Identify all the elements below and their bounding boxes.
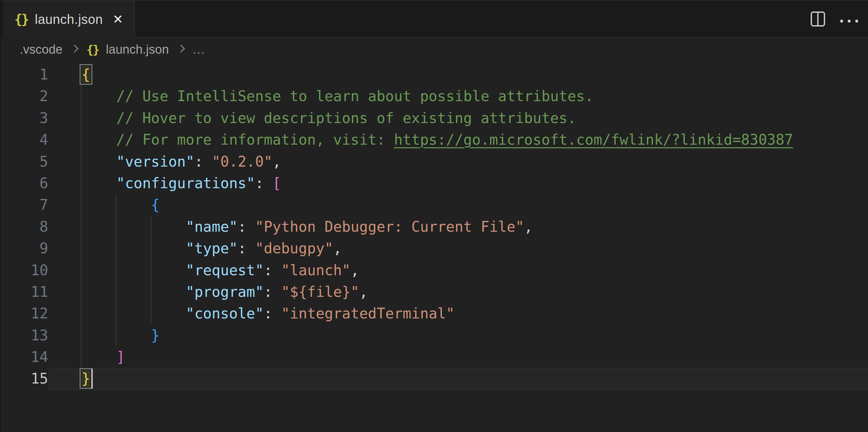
code-line[interactable]: 6 "configurations": [	[1, 172, 868, 194]
code-line[interactable]: 3 // Hover to view descriptions of exist…	[1, 107, 868, 129]
breadcrumb-item-symbol-ellipsis[interactable]: ...	[193, 42, 205, 57]
code-token: // Use IntelliSense to learn about possi…	[116, 88, 593, 104]
code-token: [	[273, 175, 281, 192]
code-token: }	[82, 370, 90, 387]
code-token: ,	[359, 284, 368, 300]
code-token: }	[151, 327, 160, 344]
split-editor-divider	[817, 13, 818, 25]
code-token: "version"	[116, 153, 194, 170]
code-line[interactable]: 2 // Use IntelliSense to learn about pos…	[1, 86, 868, 107]
line-number: 8	[1, 216, 48, 238]
chevron-right-icon	[70, 44, 78, 53]
close-tab-icon[interactable]: ✕	[113, 12, 123, 27]
code-token: {	[82, 66, 90, 83]
code-token	[82, 284, 186, 300]
code-token	[82, 131, 116, 148]
chevron-right-icon	[177, 44, 185, 53]
code-token: // Hover to view descriptions of existin…	[116, 110, 576, 126]
code-token: "console"	[186, 305, 264, 322]
code-token: "Python Debugger: Current File"	[255, 218, 524, 235]
code-token	[82, 218, 186, 235]
code-editor[interactable]: 1{2 // Use IntelliSense to learn about p…	[1, 61, 868, 432]
code-token: ,	[524, 218, 533, 235]
code-token: ,	[350, 262, 359, 278]
line-number: 1	[1, 64, 48, 86]
code-line-content: }	[48, 325, 868, 346]
code-token	[82, 110, 116, 126]
code-token: :	[255, 175, 273, 192]
code-token: ,	[273, 153, 281, 170]
code-line-content: }	[48, 368, 868, 390]
code-token: "configurations"	[116, 175, 255, 192]
code-token: :	[264, 262, 281, 278]
code-token: :	[264, 305, 281, 322]
line-number: 14	[1, 346, 48, 368]
code-token	[82, 240, 186, 257]
code-line[interactable]: 14 ]	[1, 346, 868, 368]
editor-actions	[811, 1, 868, 37]
code-token: "0.2.0"	[212, 153, 272, 170]
code-line[interactable]: 4 // For more information, visit: https:…	[1, 129, 868, 151]
code-line-content: // Hover to view descriptions of existin…	[48, 107, 868, 129]
code-token: :	[264, 284, 281, 300]
line-number: 3	[1, 107, 48, 129]
code-token	[82, 153, 116, 170]
code-token	[82, 305, 186, 322]
breadcrumb-item-launch-json[interactable]: launch.json	[106, 42, 169, 57]
code-line-content: "console": "integratedTerminal"	[48, 303, 868, 324]
code-line[interactable]: 5 "version": "0.2.0",	[1, 151, 868, 172]
code-line[interactable]: 8 "name": "Python Debugger: Current File…	[1, 216, 868, 238]
code-line[interactable]: 10 "request": "launch",	[1, 260, 868, 281]
line-number: 13	[1, 325, 48, 346]
code-token	[82, 88, 116, 104]
code-line-content: "program": "${file}",	[48, 281, 868, 303]
code-line[interactable]: 7 {	[1, 194, 868, 216]
code-line-content: // For more information, visit: https://…	[48, 129, 868, 151]
code-line[interactable]: 11 "program": "${file}",	[1, 281, 868, 303]
code-line[interactable]: 1{	[1, 64, 868, 86]
code-token: :	[238, 240, 255, 257]
ellipsis-dot	[840, 20, 843, 23]
json-file-icon: {}	[87, 43, 99, 56]
code-token: "debugpy"	[255, 240, 333, 257]
code-line-content: // Use IntelliSense to learn about possi…	[48, 86, 868, 107]
code-token	[82, 175, 116, 192]
code-line-content: "version": "0.2.0",	[48, 151, 868, 172]
code-token: :	[194, 153, 212, 170]
code-token: // For more information, visit:	[116, 131, 394, 148]
more-actions-icon[interactable]	[840, 15, 858, 23]
line-number: 12	[1, 303, 48, 324]
line-number: 9	[1, 238, 48, 259]
vscode-editor-window: {} launch.json ✕ .vscode {} launch.json …	[0, 0, 868, 432]
line-number: 11	[1, 281, 48, 303]
code-token: https://go.microsoft.com/fwlink/?linkid=…	[394, 131, 793, 148]
breadcrumb: .vscode {} launch.json ...	[1, 38, 868, 61]
code-token: ]	[116, 348, 125, 365]
breadcrumb-item-vscode[interactable]: .vscode	[20, 42, 63, 57]
code-line[interactable]: 12 "console": "integratedTerminal"	[1, 303, 868, 324]
tab-launch-json[interactable]: {} launch.json ✕	[3, 1, 135, 38]
line-number: 7	[1, 194, 48, 216]
tab-label: launch.json	[35, 12, 103, 27]
code-token: "${file}"	[281, 284, 359, 300]
code-token: ,	[333, 240, 342, 257]
code-line[interactable]: 15}	[1, 368, 868, 390]
code-line-content: "name": "Python Debugger: Current File",	[48, 216, 868, 238]
code-line-content: "configurations": [	[48, 172, 868, 194]
code-token: "type"	[186, 240, 238, 257]
code-token	[82, 196, 151, 213]
tab-bar: {} launch.json ✕	[1, 0, 868, 38]
code-token: "launch"	[281, 262, 350, 278]
code-token: {	[151, 196, 160, 213]
code-token	[82, 348, 116, 365]
code-area: 1{2 // Use IntelliSense to learn about p…	[1, 61, 868, 390]
code-line-content: "type": "debugpy",	[48, 238, 868, 259]
code-line-content: {	[48, 194, 868, 216]
code-line[interactable]: 9 "type": "debugpy",	[1, 238, 868, 259]
json-file-icon: {}	[14, 12, 28, 27]
line-number: 2	[1, 86, 48, 107]
code-line[interactable]: 13 }	[1, 325, 868, 346]
code-token: "program"	[186, 284, 264, 300]
split-editor-icon[interactable]	[811, 11, 825, 27]
code-line-content: ]	[48, 346, 868, 368]
